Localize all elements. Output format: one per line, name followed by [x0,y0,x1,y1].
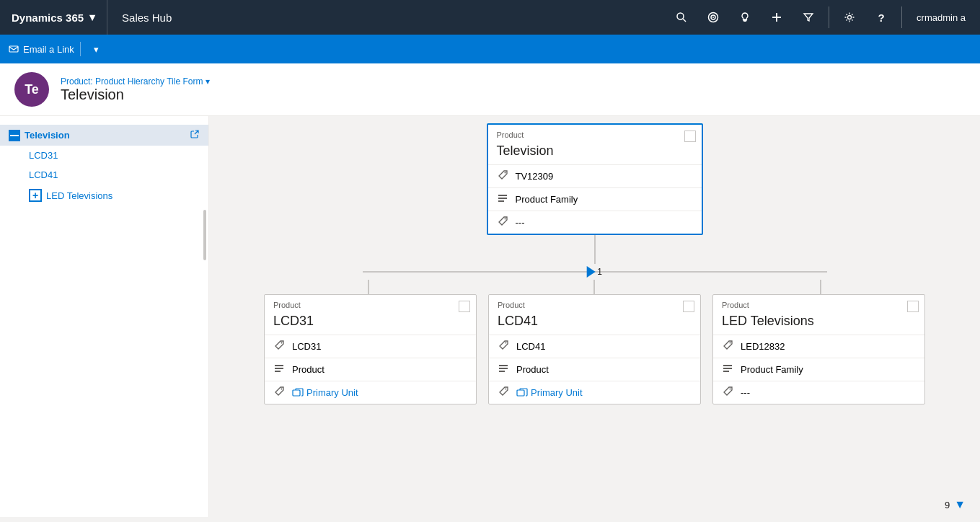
lcd41-row1-icon [498,340,511,353]
canvas-area[interactable]: Product Television TV12309 Product Famil… [209,116,980,517]
svg-rect-25 [499,365,508,366]
children-row: Product LCD31 LCD31 Product [264,294,925,426]
led-row3-value: --- [741,387,750,398]
svg-rect-19 [275,365,283,366]
tree-item-lcd31[interactable]: LCD31 [0,146,208,165]
lcd41-row3: Primary Unit [489,381,700,404]
svg-rect-14 [498,195,507,196]
sec-nav-chevron[interactable]: ▾ [87,39,107,59]
horizontal-connector: 1 [256,264,934,280]
page-down-btn[interactable]: ▼ [954,498,966,511]
child-v-lines [256,280,934,294]
arrow-group: 1 [587,266,602,278]
lcd31-row1-value: LCD31 [292,341,321,352]
help-icon-btn[interactable]: ? [867,3,896,32]
root-vertical-connector [594,235,596,264]
led-row2-value: Product Family [741,364,803,375]
lcd31-link-label: Primary Unit [306,387,358,398]
filter-icon-btn[interactable] [794,3,823,32]
svg-point-9 [848,16,852,19]
child-v-line-1 [368,280,369,294]
lcd41-row3-icon [498,386,511,399]
tree-root-label: Television [25,130,70,141]
lcd31-row3-link[interactable]: Primary Unit [292,387,358,399]
lcd41-row2-icon [498,363,511,376]
tree-panel: Television LCD31 LCD41 + LED Televisions [0,116,209,517]
svg-point-30 [730,342,731,344]
lcd41-link-label: Primary Unit [531,387,583,398]
card-checkbox-led[interactable] [907,301,919,312]
svg-line-1 [683,19,686,22]
lcd31-row2-value: Product [292,364,325,375]
email-link-button[interactable]: Email a Link [9,44,74,55]
card-checkbox-root[interactable] [684,130,696,142]
lcd41-row2: Product [489,358,700,381]
tree-item-led-televisions[interactable]: + LED Televisions [0,185,208,206]
led-row1-icon [722,340,735,353]
lcd31-row1: LCD31 [265,335,476,358]
root-card-title: Television [488,142,702,164]
svg-point-24 [506,342,507,344]
child-card-led-televisions[interactable]: Product LED Televisions LED12832 Product… [712,294,925,404]
tree-lcd41-label[interactable]: LCD41 [29,169,58,180]
root-card-header: Product [488,125,702,142]
page-header: Te Product: Product Hierarchy Tile Form … [0,63,980,116]
root-card-row1: TV12309 [488,164,702,187]
page-header-info: Product: Product Hierarchy Tile Form ▾ T… [61,76,210,103]
secondary-nav: Email a Link ▾ [0,35,980,63]
app-name-label: Sales Hub [107,0,186,35]
tree-item-television[interactable]: Television [0,125,208,146]
svg-rect-32 [723,368,732,369]
led-row1: LED12832 [713,335,924,358]
arrow-right-icon [586,266,595,278]
svg-rect-15 [498,198,507,199]
root-row3-icon [497,216,510,229]
gear-icon-btn[interactable] [835,3,864,32]
tree-scrollbar [203,210,206,260]
root-row1-icon [497,169,510,183]
dynamics-nav[interactable]: Dynamics 365 ▾ [0,0,107,35]
svg-point-22 [281,389,283,390]
svg-rect-21 [275,371,281,372]
svg-rect-11 [10,135,19,136]
lcd41-card-header: Product [489,295,700,312]
child-v-line-3 [820,280,821,294]
root-row1-value: TV12309 [516,171,554,182]
form-chevron: ▾ [206,76,210,87]
form-label[interactable]: Product: Product Hierarchy Tile Form ▾ [61,76,210,87]
lcd31-card-header: Product [265,295,476,312]
external-link-icon[interactable] [190,129,200,141]
lcd31-row3: Primary Unit [265,381,476,404]
user-label[interactable]: crmadmin a [908,12,974,23]
root-product-card[interactable]: Product Television TV12309 Product Famil… [487,123,703,235]
tree-expand-icon[interactable] [9,130,20,141]
card-checkbox-lcd41[interactable] [683,301,694,312]
email-link-label: Email a Link [23,44,74,55]
led-card-header: Product [713,295,924,312]
led-card-title: LED Televisions [713,312,924,335]
plus-icon-btn[interactable] [762,3,791,32]
tree-lcd31-label[interactable]: LCD31 [29,150,58,161]
tree-item-lcd41[interactable]: LCD41 [0,165,208,185]
lcd41-row1: LCD41 [489,335,700,358]
svg-rect-33 [723,371,729,372]
help-label: ? [878,12,884,24]
svg-point-34 [730,389,731,390]
svg-rect-31 [723,365,732,366]
sec-nav-divider [80,42,81,56]
nav-icons-group: ? crmadmin a [667,3,980,32]
search-icon-btn[interactable] [667,3,696,32]
child-card-lcd41[interactable]: Product LCD41 LCD41 Product [488,294,701,404]
card-checkbox-lcd31[interactable] [459,301,470,312]
tree-plus-icon[interactable]: + [29,189,42,202]
svg-rect-29 [517,390,524,396]
root-card-row2: Product Family [488,187,702,211]
child-card-lcd31[interactable]: Product LCD31 LCD31 Product [264,294,477,404]
tree-led-label[interactable]: LED Televisions [46,190,112,201]
lightbulb-icon-btn[interactable] [730,3,759,32]
target-icon-btn[interactable] [699,3,728,32]
lcd41-row3-link[interactable]: Primary Unit [516,387,583,399]
page-title: Television [61,87,210,103]
svg-rect-10 [9,46,18,52]
main-content: Television LCD31 LCD41 + LED Televisions [0,116,980,517]
